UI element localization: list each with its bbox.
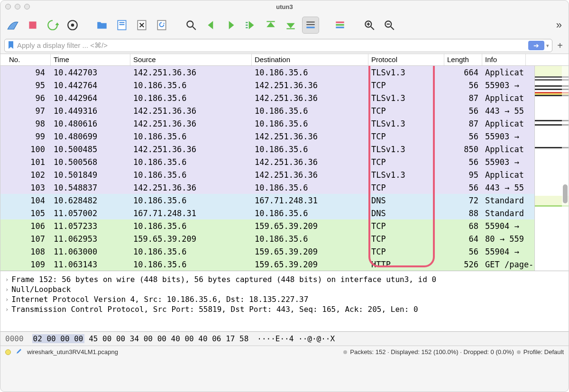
svg-rect-14 <box>286 28 294 29</box>
reload-file-button[interactable] <box>153 17 170 34</box>
packet-row[interactable]: 9410.442703142.251.36.3610.186.35.6TLSv1… <box>0 66 569 79</box>
add-filter-button[interactable]: + <box>555 40 565 51</box>
packet-row[interactable]: 10711.062953159.65.39.20910.186.35.6TCP6… <box>0 232 569 245</box>
goto-packet-button[interactable] <box>242 17 259 34</box>
filter-bar: Apply a display filter ... <⌘/> ➔ ▾ + <box>0 37 569 54</box>
svg-rect-20 <box>336 27 344 28</box>
svg-rect-11 <box>246 25 248 26</box>
window-controls <box>5 4 30 9</box>
svg-rect-7 <box>157 20 165 30</box>
bookmark-icon[interactable] <box>8 41 14 51</box>
expert-info-icon[interactable] <box>5 349 11 355</box>
close-window-button[interactable] <box>5 4 11 9</box>
col-header-length[interactable]: Length <box>444 54 482 65</box>
packet-list[interactable]: 9410.442703142.251.36.3610.186.35.6TLSv1… <box>0 66 569 271</box>
status-profile: Profile: Default <box>523 348 564 356</box>
status-dot-icon <box>343 350 347 354</box>
expand-icon[interactable]: › <box>5 306 9 313</box>
detail-ip: Internet Protocol Version 4, Src: 10.186… <box>11 295 308 304</box>
col-header-protocol[interactable]: Protocol <box>368 54 444 65</box>
svg-rect-12 <box>246 27 248 28</box>
packet-row[interactable]: 10010.500485142.251.36.3610.186.35.6TLSv… <box>0 143 569 155</box>
packet-row[interactable]: 10811.06300010.186.35.6159.65.39.209TCP5… <box>0 245 569 258</box>
colorize-button[interactable] <box>331 17 349 34</box>
status-dot-icon <box>517 350 521 354</box>
go-back-button[interactable] <box>202 17 220 34</box>
scrollbar-thumb[interactable] <box>563 184 568 203</box>
packet-details-pane[interactable]: ›Frame 152: 56 bytes on wire (448 bits),… <box>0 271 569 331</box>
svg-rect-4 <box>119 22 125 23</box>
svg-rect-10 <box>246 22 248 23</box>
svg-rect-15 <box>306 21 314 22</box>
expand-icon[interactable]: › <box>5 296 9 303</box>
packet-row[interactable]: 10210.50184910.186.35.6142.251.36.36TLSv… <box>0 168 569 181</box>
packet-row[interactable]: 9510.44276410.186.35.6142.251.36.36TCP56… <box>0 79 569 91</box>
zoom-window-button[interactable] <box>24 4 30 9</box>
display-filter-input[interactable]: Apply a display filter ... <⌘/> ➔ ▾ <box>4 39 552 52</box>
packet-row[interactable]: 10410.62848210.186.35.6167.71.248.31DNS7… <box>0 194 569 207</box>
svg-point-2 <box>71 24 74 27</box>
detail-null: Null/Loopback <box>11 285 71 294</box>
minimize-window-button[interactable] <box>15 4 20 9</box>
stop-capture-button[interactable] <box>24 17 41 34</box>
hex-bytes-selected: 02 00 00 00 <box>32 334 84 343</box>
svg-rect-18 <box>336 21 344 23</box>
status-filename: wireshark_utun3RV4LM1.pcapng <box>27 348 118 356</box>
zoom-out-button[interactable] <box>381 17 398 34</box>
save-file-button[interactable] <box>113 17 130 34</box>
svg-rect-16 <box>306 24 314 25</box>
status-stats: Packets: 152 · Displayed: 152 (100.0%) ·… <box>350 348 514 356</box>
hex-bytes: 45 00 00 34 00 00 40 00 40 06 17 58 <box>89 334 248 343</box>
col-header-info[interactable]: Info <box>482 54 526 65</box>
packet-row[interactable]: 10611.05723310.186.35.6159.65.39.209TCP6… <box>0 219 569 232</box>
expand-icon[interactable]: › <box>5 286 9 293</box>
svg-rect-17 <box>306 27 314 28</box>
svg-rect-0 <box>29 21 36 28</box>
svg-point-8 <box>187 21 193 27</box>
filter-placeholder: Apply a display filter ... <⌘/> <box>17 41 108 50</box>
expand-icon[interactable]: › <box>5 276 9 283</box>
packet-row[interactable]: 9910.48069910.186.35.6142.251.36.36TCP56… <box>0 130 569 143</box>
goto-last-button[interactable] <box>282 17 299 34</box>
svg-line-9 <box>193 27 196 30</box>
packet-row[interactable]: 10911.06314310.186.35.6159.65.39.209HTTP… <box>0 258 569 271</box>
packet-row[interactable]: 9810.480616142.251.36.3610.186.35.6TLSv1… <box>0 117 569 130</box>
titlebar: utun3 <box>0 0 569 13</box>
hex-offset: 0000 <box>5 334 24 343</box>
packet-row[interactable]: 10310.548837142.251.36.3610.186.35.6TCP5… <box>0 181 569 194</box>
col-header-no[interactable]: No. <box>6 54 51 65</box>
packet-row[interactable]: 10511.057002167.71.248.3110.186.35.6DNS8… <box>0 207 569 219</box>
packet-row[interactable]: 10110.50056810.186.35.6142.251.36.36TCP5… <box>0 155 569 168</box>
packet-row[interactable]: 9610.44296410.186.35.6142.251.36.36TLSv1… <box>0 91 569 104</box>
goto-first-button[interactable] <box>262 17 279 34</box>
hex-ascii: ····E··4 ··@·@··X <box>257 334 335 343</box>
toolbar: » <box>0 13 569 37</box>
toolbar-overflow-icon[interactable]: » <box>556 19 565 31</box>
app-window: utun3 » Apply a display filter ... <⌘/> … <box>0 0 569 392</box>
packet-row[interactable]: 9710.449316142.251.36.3610.186.35.6TCP56… <box>0 104 569 117</box>
col-header-dest[interactable]: Destination <box>252 54 368 65</box>
open-file-button[interactable] <box>93 17 110 34</box>
packet-minimap[interactable] <box>534 66 569 271</box>
window-title: utun3 <box>30 3 539 10</box>
detail-frame: Frame 152: 56 bytes on wire (448 bits), … <box>11 275 436 284</box>
find-packet-button[interactable] <box>183 17 200 34</box>
packet-list-header: No. Time Source Destination Protocol Len… <box>0 54 569 66</box>
close-file-button[interactable] <box>133 17 150 34</box>
apply-filter-button[interactable]: ➔ <box>528 41 544 50</box>
col-header-source[interactable]: Source <box>130 54 252 65</box>
edit-capture-icon[interactable] <box>16 348 22 356</box>
packet-bytes-pane[interactable]: 0000 02 00 00 00 45 00 00 34 00 00 40 00… <box>0 331 569 346</box>
go-forward-button[interactable] <box>222 17 239 34</box>
svg-rect-13 <box>266 21 275 22</box>
filter-history-dropdown[interactable]: ▾ <box>546 43 549 49</box>
autoscroll-button[interactable] <box>302 17 319 34</box>
status-bar: wireshark_utun3RV4LM1.pcapng Packets: 15… <box>0 346 569 358</box>
svg-line-22 <box>371 27 374 30</box>
detail-tcp: Transmission Control Protocol, Src Port:… <box>11 305 418 314</box>
restart-capture-button[interactable] <box>44 17 61 34</box>
shark-fin-icon[interactable] <box>4 17 21 34</box>
zoom-in-button[interactable] <box>361 17 378 34</box>
col-header-time[interactable]: Time <box>51 54 130 65</box>
capture-options-button[interactable] <box>64 17 81 34</box>
